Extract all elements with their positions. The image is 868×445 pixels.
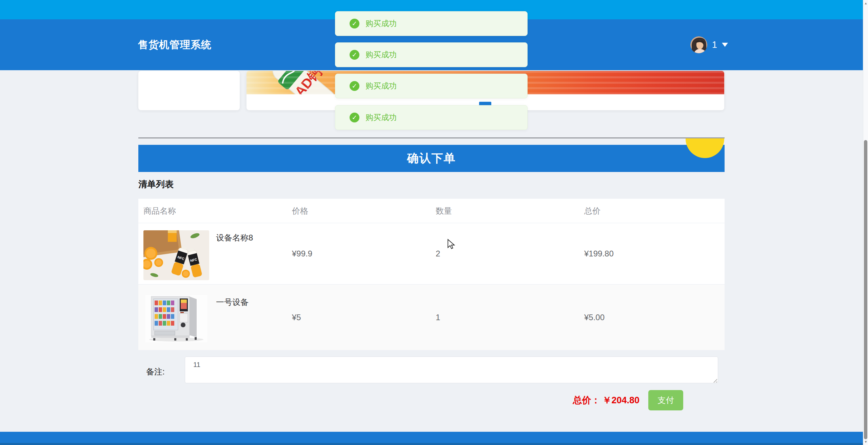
chevron-down-icon[interactable] — [722, 43, 728, 47]
table-row: NFC NFC 设备名称8 ¥99.9 2 ¥199.80 — [138, 223, 725, 285]
product-quantity: 1 — [436, 285, 440, 350]
order-total-value: ￥204.80 — [602, 395, 639, 405]
username-label: 1 — [712, 40, 717, 50]
toast-text: 购买成功 — [366, 112, 397, 123]
column-header-quantity: 数量 — [436, 199, 452, 223]
scrollbar-thumb[interactable] — [864, 140, 867, 439]
product-total: ¥5.00 — [584, 285, 605, 350]
remark-label: 备注: — [146, 366, 165, 377]
product-price: ¥5 — [292, 285, 301, 350]
scrollbar[interactable]: ▲ ▼ — [863, 0, 868, 445]
toast-message: ✓ 购买成功 — [335, 74, 528, 98]
product-total: ¥199.80 — [584, 223, 614, 284]
toast-message: ✓ 购买成功 — [335, 105, 528, 130]
juice-photo: NFC NFC — [143, 230, 209, 280]
product-image-vending-machine — [145, 295, 207, 342]
product-image-juice: NFC NFC — [143, 230, 209, 280]
table-header-row: 商品名称 价格 数量 总价 — [138, 199, 725, 223]
product-name: 设备名称8 — [216, 232, 253, 243]
scroll-up-icon[interactable]: ▲ — [863, 2, 868, 5]
user-menu[interactable]: 1 — [690, 19, 728, 70]
order-total-label: 总价： — [573, 395, 600, 405]
success-icon: ✓ — [350, 113, 359, 122]
success-icon: ✓ — [350, 19, 359, 28]
scroll-down-icon[interactable]: ▼ — [863, 440, 868, 444]
order-section-title: 确认下单 — [407, 151, 456, 166]
column-header-total: 总价 — [584, 199, 600, 223]
banner-product-label: AD钙 — [292, 71, 325, 94]
success-icon: ✓ — [350, 81, 359, 91]
vending-machine-photo — [145, 295, 207, 342]
toast-message: ✓ 购买成功 — [335, 11, 528, 36]
app-title: 售货机管理系统 — [138, 19, 212, 70]
toast-text: 购买成功 — [366, 81, 397, 91]
mouse-cursor — [447, 239, 456, 250]
avatar-image — [690, 36, 707, 53]
toast-message: ✓ 购买成功 — [335, 42, 528, 67]
table-row: 一号设备 ¥5 1 ¥5.00 — [138, 285, 725, 350]
remark-input[interactable]: 11 — [185, 356, 718, 383]
order-table: 商品名称 价格 数量 总价 — [138, 199, 725, 350]
toast-text: 购买成功 — [366, 50, 397, 60]
product-price: ¥99.9 — [292, 223, 312, 284]
order-section-header: 确认下单 — [138, 145, 725, 172]
success-icon: ✓ — [350, 50, 359, 60]
toast-text: 购买成功 — [366, 18, 397, 29]
product-name: 一号设备 — [216, 297, 249, 308]
product-quantity: 2 — [436, 223, 440, 284]
page-footer — [0, 432, 863, 445]
left-card — [138, 71, 240, 110]
column-header-product: 商品名称 — [143, 199, 176, 223]
list-title: 清单列表 — [138, 178, 174, 190]
section-divider — [138, 137, 725, 138]
payment-row: 总价：￥204.80 支付 — [138, 390, 725, 410]
order-total: 总价：￥204.80 — [573, 394, 639, 406]
column-header-price: 价格 — [292, 199, 308, 223]
user-avatar[interactable] — [690, 36, 707, 53]
pay-button[interactable]: 支付 — [648, 390, 683, 410]
